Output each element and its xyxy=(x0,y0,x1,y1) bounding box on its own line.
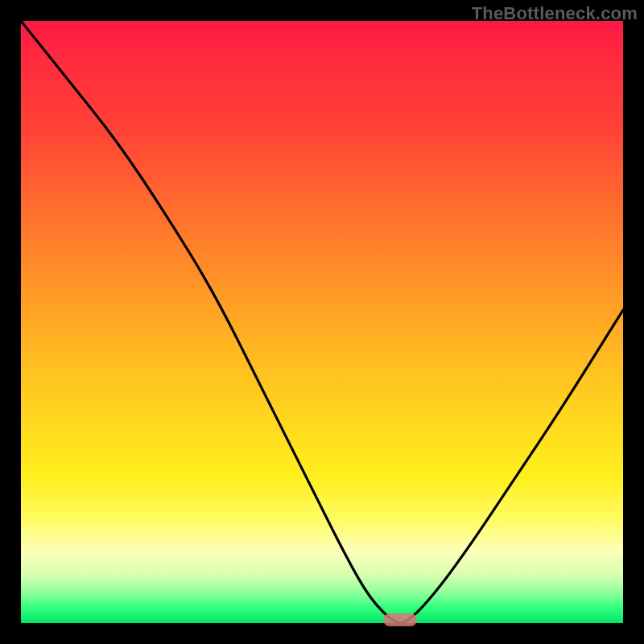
bottleneck-curve xyxy=(21,21,623,623)
watermark-text: TheBottleneck.com xyxy=(472,3,638,24)
plot-area xyxy=(21,21,623,623)
chart-frame: TheBottleneck.com xyxy=(0,0,644,644)
optimal-marker xyxy=(383,613,417,626)
curve-path xyxy=(21,21,623,623)
